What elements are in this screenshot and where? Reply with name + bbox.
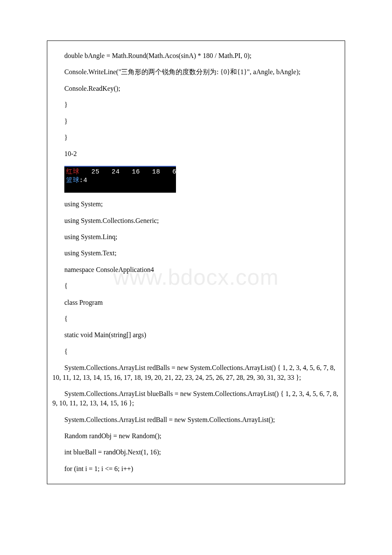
console-red-values: 25 24 16 18 6 23 [79, 168, 197, 176]
console-blue-label: 篮球 [66, 177, 79, 184]
code-line: int blueBall = randObj.Next(1, 16); [52, 448, 340, 457]
code-line: static void Main(string[] args) [52, 330, 340, 340]
document-content: double bAngle = Math.Round(Math.Acos(sin… [47, 40, 345, 484]
code-line: using System.Text; [52, 249, 340, 258]
code-line: { [52, 281, 340, 291]
code-line: for (int i = 1; i <= 6; i++) [52, 464, 340, 474]
code-line: using System; [52, 199, 340, 209]
code-line: System.Collections.ArrayList blueBalls =… [52, 389, 340, 408]
code-line: class Program [52, 298, 340, 307]
console-blue-value: :4 [79, 177, 87, 184]
code-line: Console.ReadKey(); [52, 84, 340, 93]
code-line: namespace ConsoleApplication4 [52, 265, 340, 275]
code-line: System.Collections.ArrayList redBall = n… [52, 415, 340, 425]
code-text: System.Collections.ArrayList redBall = n… [52, 416, 275, 423]
code-line: } [52, 133, 340, 142]
section-header: 10-2 [52, 149, 340, 159]
code-text: System.Collections.ArrayList redBalls = … [52, 364, 335, 381]
code-line: System.Collections.ArrayList redBalls = … [52, 363, 340, 382]
code-line: Random randObj = new Random(); [52, 431, 340, 441]
code-line: using System.Collections.Generic; [52, 216, 340, 225]
code-line: Console.WriteLine("三角形的两个锐角的度数分别为: {0}和{… [52, 67, 340, 77]
code-line: } [52, 117, 340, 126]
code-line: double bAngle = Math.Round(Math.Acos(sin… [52, 51, 340, 61]
code-line: } [52, 100, 340, 110]
code-text: Console.WriteLine("三角形的两个锐角的度数分别为: {0}和{… [52, 68, 300, 75]
code-text: System.Collections.ArrayList blueBalls =… [52, 390, 338, 407]
code-line: { [52, 347, 340, 356]
console-red-label: 红球 [66, 168, 79, 176]
console-output: 红球 25 24 16 18 6 23 篮球:4 [64, 166, 176, 193]
code-line: using System.Linq; [52, 232, 340, 242]
code-line: { [52, 314, 340, 324]
